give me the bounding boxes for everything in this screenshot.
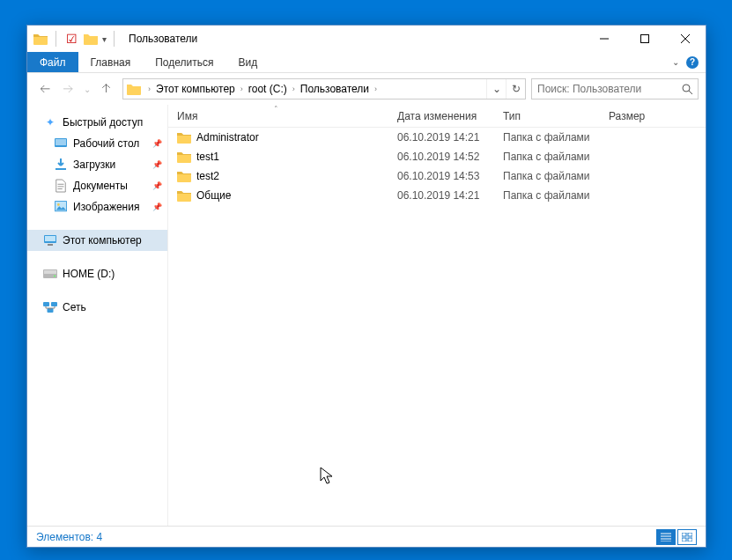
chevron-right-icon[interactable]: ›: [144, 85, 154, 93]
address-dropdown-icon[interactable]: ⌄: [486, 79, 506, 99]
document-icon: [54, 179, 68, 193]
file-list[interactable]: Administrator06.10.2019 14:21Папка с фай…: [168, 128, 706, 526]
help-icon[interactable]: ?: [686, 56, 699, 69]
file-type: Папка с файлами: [494, 151, 600, 163]
qat-dropdown-icon[interactable]: ▾: [102, 34, 107, 44]
sidebar-item-pictures[interactable]: Изображения 📌: [27, 196, 167, 217]
file-type: Папка с файлами: [494, 189, 600, 202]
qat-newfolder-icon[interactable]: [83, 31, 99, 47]
column-size[interactable]: Размер: [600, 110, 706, 122]
download-icon: [54, 158, 68, 172]
table-row[interactable]: Общие06.10.2019 14:21Папка с файлами: [168, 186, 706, 205]
svg-point-1: [683, 85, 690, 92]
window-title: Пользователи: [129, 33, 197, 45]
svg-rect-3: [55, 139, 66, 145]
column-type[interactable]: Тип: [494, 110, 600, 122]
tab-share[interactable]: Поделиться: [143, 52, 226, 72]
ribbon-expand-icon[interactable]: ⌄: [672, 57, 679, 67]
svg-rect-13: [43, 302, 49, 306]
table-row[interactable]: test206.10.2019 14:53Папка с файлами: [168, 166, 706, 186]
table-row[interactable]: Administrator06.10.2019 14:21Папка с фай…: [168, 128, 706, 147]
svg-rect-0: [641, 35, 649, 43]
chevron-right-icon[interactable]: ›: [289, 85, 299, 93]
back-button[interactable]: 🡠: [34, 78, 55, 99]
svg-point-6: [57, 203, 60, 206]
window-controls: [584, 26, 706, 52]
chevron-right-icon[interactable]: ›: [237, 85, 247, 93]
star-icon: ✦: [43, 115, 57, 129]
sidebar-item-desktop[interactable]: Рабочий стол 📌: [27, 133, 167, 154]
pin-icon: 📌: [152, 181, 162, 190]
titlebar-left: ☑ ▾ Пользователи: [27, 31, 197, 47]
search-box[interactable]: [531, 78, 699, 99]
large-icons-view-button[interactable]: [677, 529, 697, 545]
search-icon[interactable]: [677, 84, 698, 95]
sidebar-item-documents[interactable]: Документы 📌: [27, 175, 167, 196]
maximize-button[interactable]: [625, 26, 665, 52]
sidebar-item-label: Сеть: [63, 301, 86, 313]
sidebar-network[interactable]: Сеть: [27, 297, 167, 318]
column-date[interactable]: Дата изменения: [388, 110, 494, 122]
up-button[interactable]: 🡡: [96, 78, 117, 99]
refresh-icon[interactable]: ↻: [506, 79, 525, 99]
folder-icon: [177, 150, 191, 164]
tab-view[interactable]: Вид: [226, 52, 270, 72]
svg-rect-8: [45, 236, 55, 241]
table-row[interactable]: test106.10.2019 14:52Папка с файлами: [168, 147, 706, 166]
qat-separator: [55, 31, 56, 47]
svg-rect-9: [48, 244, 53, 246]
file-type: Папка с файлами: [494, 170, 600, 182]
details-view-button[interactable]: [656, 529, 676, 545]
file-list-pane: Имя ˄ Дата изменения Тип Размер Administ…: [168, 105, 706, 526]
sidebar-item-downloads[interactable]: Загрузки 📌: [27, 154, 167, 175]
sidebar-drive-d[interactable]: HOME (D:): [27, 263, 167, 284]
svg-rect-18: [682, 538, 686, 542]
drive-icon: [43, 267, 57, 281]
sidebar-item-label: Этот компьютер: [63, 234, 142, 247]
folder-icon: [177, 130, 191, 144]
address-folder-icon: [123, 83, 144, 95]
history-dropdown-icon[interactable]: ⌄: [80, 85, 94, 94]
svg-rect-17: [688, 533, 692, 536]
qat-properties-icon[interactable]: ☑: [63, 31, 79, 47]
close-button[interactable]: [665, 26, 706, 52]
explorer-window: ☑ ▾ Пользователи Файл Главная Поделиться…: [26, 25, 706, 548]
network-icon: [43, 300, 57, 314]
qat-separator-2: [114, 31, 115, 47]
breadcrumb[interactable]: root (C:): [247, 79, 289, 99]
sort-indicator-icon: ˄: [274, 105, 278, 114]
ribbon-right: ⌄ ?: [672, 52, 706, 72]
breadcrumb[interactable]: Пользователи: [299, 79, 371, 99]
sidebar-item-label: Быстрый доступ: [63, 116, 143, 129]
file-type: Папка с файлами: [494, 131, 600, 144]
breadcrumb[interactable]: Этот компьютер: [154, 79, 237, 99]
address-bar[interactable]: › Этот компьютер › root (C:) › Пользоват…: [122, 78, 526, 99]
search-input[interactable]: [532, 83, 677, 95]
sidebar-item-label: HOME (D:): [63, 268, 115, 280]
pin-icon: 📌: [152, 203, 162, 211]
file-date: 06.10.2019 14:52: [388, 151, 494, 163]
chevron-right-icon[interactable]: ›: [371, 85, 381, 93]
sidebar-item-label: Документы: [73, 180, 128, 192]
forward-button[interactable]: 🡢: [57, 78, 78, 99]
file-name: test1: [196, 151, 219, 163]
file-date: 06.10.2019 14:21: [388, 131, 494, 144]
column-name[interactable]: Имя: [168, 110, 388, 122]
pin-icon: 📌: [152, 160, 162, 169]
svg-point-12: [54, 276, 55, 277]
tab-home[interactable]: Главная: [78, 52, 144, 72]
titlebar: ☑ ▾ Пользователи: [27, 26, 706, 52]
file-name: Общие: [196, 189, 231, 202]
view-switcher: [656, 529, 697, 545]
minimize-button[interactable]: [584, 26, 625, 52]
sidebar-this-pc[interactable]: Этот компьютер: [27, 230, 167, 251]
file-name: Administrator: [196, 131, 259, 144]
sidebar-quick-access[interactable]: ✦ Быстрый доступ: [27, 112, 167, 133]
file-date: 06.10.2019 14:21: [388, 189, 494, 202]
file-tab[interactable]: Файл: [27, 52, 78, 72]
ribbon-tabs: Файл Главная Поделиться Вид ⌄ ?: [27, 52, 706, 73]
sidebar-item-label: Загрузки: [73, 158, 115, 171]
file-name: test2: [196, 170, 219, 182]
svg-rect-16: [682, 533, 686, 536]
svg-rect-14: [51, 302, 57, 306]
